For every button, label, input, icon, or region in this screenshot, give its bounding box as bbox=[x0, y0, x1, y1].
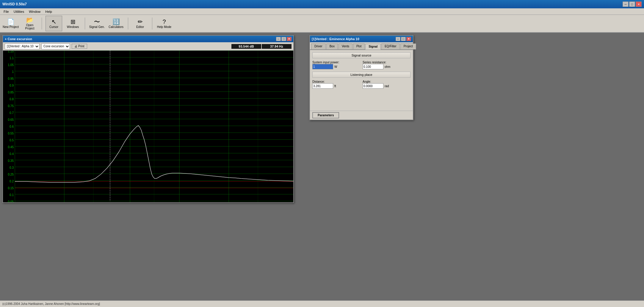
tab-eqfilter[interactable]: EQ/Filter bbox=[381, 43, 399, 49]
signal-gen-icon: 〜 bbox=[94, 19, 100, 25]
svg-text:0.25: 0.25 bbox=[8, 173, 14, 176]
svg-text:0.65: 0.65 bbox=[8, 118, 14, 121]
help-mode-icon: ? bbox=[162, 19, 166, 25]
tab-vents[interactable]: Vents bbox=[339, 43, 352, 49]
parameters-button[interactable]: Parameters bbox=[312, 112, 339, 118]
main-area: + Cone excursion ─ □ ✕ [1]Vented : Alpha… bbox=[0, 33, 644, 300]
print-button[interactable]: 🖨 Print bbox=[72, 44, 87, 49]
signal-gen-label: Signal Gen. bbox=[89, 25, 105, 29]
chart-toolbar: [1]Vented : Alpha 10 Cone excursion 🖨 Pr… bbox=[3, 42, 293, 51]
tab-box[interactable]: Box bbox=[326, 43, 338, 49]
windows-button[interactable]: ⊞ Windows bbox=[65, 16, 81, 31]
menu-file[interactable]: File bbox=[1, 9, 11, 14]
svg-text:0.45: 0.45 bbox=[8, 145, 14, 149]
distance-label: Distance: bbox=[312, 80, 360, 83]
chart-window-title: + Cone excursion bbox=[5, 37, 32, 41]
signal-maximize-button[interactable]: □ bbox=[401, 37, 406, 41]
resistance-label: Series resistance: bbox=[363, 61, 410, 64]
svg-text:0.2: 0.2 bbox=[10, 180, 14, 183]
svg-text:1.15: 1.15 bbox=[8, 51, 14, 53]
signal-source-header: Signal source bbox=[312, 52, 410, 58]
angle-input[interactable] bbox=[363, 83, 383, 89]
print-label: Print bbox=[78, 45, 84, 48]
svg-text:0.9: 0.9 bbox=[10, 84, 14, 87]
distance-input[interactable] bbox=[312, 83, 333, 89]
chart-maximize-button[interactable]: □ bbox=[281, 37, 286, 41]
toolbar-separator-1 bbox=[42, 18, 42, 29]
svg-text:0.15: 0.15 bbox=[8, 187, 14, 190]
open-project-icon: 📂 bbox=[26, 17, 34, 23]
signal-gen-button[interactable]: 〜 Signal Gen. bbox=[89, 16, 105, 31]
plot-type-select[interactable]: Cone excursion bbox=[41, 43, 70, 49]
toolbar-separator-3 bbox=[128, 18, 128, 29]
tab-signal[interactable]: Signal bbox=[365, 44, 381, 50]
svg-text:0.3: 0.3 bbox=[10, 166, 14, 169]
tab-driver[interactable]: Driver bbox=[311, 43, 326, 49]
cursor-db-value: 93.544 dB bbox=[231, 44, 261, 49]
cursor-icon: ↖ bbox=[51, 19, 57, 25]
svg-text:0.35: 0.35 bbox=[8, 159, 14, 162]
toolbar: 📄 New Project 📂 Open Project ↖ Cursor ⊞ … bbox=[0, 15, 644, 33]
svg-text:0.4: 0.4 bbox=[10, 152, 14, 156]
chart-close-button[interactable]: ✕ bbox=[287, 37, 292, 41]
signal-window-title-bar: [1]Vented : Eminence Alpha 10 ─ □ ✕ bbox=[310, 36, 413, 42]
editor-button[interactable]: ✏ Editor bbox=[132, 16, 148, 31]
help-mode-label: Help Mode bbox=[157, 25, 171, 29]
help-mode-button[interactable]: ? Help Mode bbox=[156, 16, 173, 31]
new-project-button[interactable]: 📄 New Project bbox=[2, 16, 19, 31]
chart-window-title-bar: + Cone excursion ─ □ ✕ bbox=[3, 36, 293, 42]
signal-window-title: [1]Vented : Eminence Alpha 10 bbox=[312, 37, 359, 41]
windows-label: Windows bbox=[67, 25, 79, 29]
power-input[interactable] bbox=[312, 64, 333, 69]
status-text: (c)1996-2004 Juha Hartikainen, Janne Aho… bbox=[2, 302, 100, 306]
signal-minimize-button[interactable]: ─ bbox=[396, 37, 400, 41]
new-project-label: New Project bbox=[3, 25, 19, 29]
angle-col: Angle: rad bbox=[363, 80, 410, 89]
tab-project[interactable]: Project bbox=[400, 43, 416, 49]
new-project-icon: 📄 bbox=[7, 19, 15, 25]
distance-unit: ft bbox=[334, 84, 336, 88]
signal-window-tabs: Driver Box Vents Plot Signal EQ/Filter P… bbox=[310, 42, 413, 50]
chart-minimize-button[interactable]: ─ bbox=[276, 37, 281, 41]
svg-text:0.6: 0.6 bbox=[10, 125, 14, 128]
angle-label: Angle: bbox=[363, 80, 410, 83]
printer-icon: 🖨 bbox=[74, 45, 77, 48]
svg-text:1.05: 1.05 bbox=[8, 63, 14, 67]
listening-place-header: Listening place bbox=[312, 72, 410, 78]
svg-text:1.1: 1.1 bbox=[10, 57, 14, 60]
listening-params-row: Distance: ft Angle: rad bbox=[312, 80, 410, 89]
svg-text:0.1: 0.1 bbox=[10, 193, 14, 197]
power-unit: W bbox=[334, 65, 337, 68]
close-button[interactable]: ✕ bbox=[636, 1, 642, 7]
resistance-input[interactable] bbox=[363, 64, 383, 69]
menu-window[interactable]: Window bbox=[26, 9, 43, 14]
signal-form-content: Signal source System input power: W Seri… bbox=[310, 50, 413, 111]
signal-close-button[interactable]: ✕ bbox=[406, 37, 411, 41]
cursor-label: Cursor bbox=[49, 25, 58, 29]
driver-select[interactable]: [1]Vented : Alpha 10 bbox=[5, 43, 40, 49]
open-project-label: Open Project bbox=[22, 24, 38, 30]
tab-plot[interactable]: Plot bbox=[353, 43, 365, 49]
cursor-hz-value: 37.94 Hz bbox=[262, 44, 292, 49]
cursor-button[interactable]: ↖ Cursor bbox=[46, 16, 62, 31]
svg-text:0.75: 0.75 bbox=[8, 104, 14, 108]
power-col: System input power: W bbox=[312, 61, 360, 69]
form-spacer bbox=[312, 90, 410, 108]
params-bar: Parameters bbox=[310, 111, 413, 120]
minimize-button[interactable]: ─ bbox=[623, 1, 629, 7]
open-project-button[interactable]: 📂 Open Project bbox=[21, 16, 38, 31]
svg-text:0.7: 0.7 bbox=[10, 111, 14, 115]
svg-text:0.85: 0.85 bbox=[8, 91, 14, 94]
signal-window-buttons: ─ □ ✕ bbox=[396, 37, 411, 41]
maximize-button[interactable]: □ bbox=[629, 1, 635, 7]
menu-help[interactable]: Help bbox=[43, 9, 54, 14]
power-label: System input power: bbox=[312, 61, 360, 64]
windows-icon: ⊞ bbox=[70, 19, 76, 25]
calculators-button[interactable]: 🔢 Calculators bbox=[108, 16, 124, 31]
chart-window-buttons: ─ □ ✕ bbox=[276, 37, 292, 41]
svg-text:0.95: 0.95 bbox=[8, 77, 14, 80]
menu-utilities[interactable]: Utilities bbox=[11, 9, 26, 14]
editor-label: Editor bbox=[136, 25, 144, 29]
cursor-display: 93.544 dB 37.94 Hz bbox=[231, 44, 292, 49]
chart-area: 1.15 1.1 1.05 1 0.95 0.9 0.85 0.8 0.75 0… bbox=[3, 51, 293, 202]
